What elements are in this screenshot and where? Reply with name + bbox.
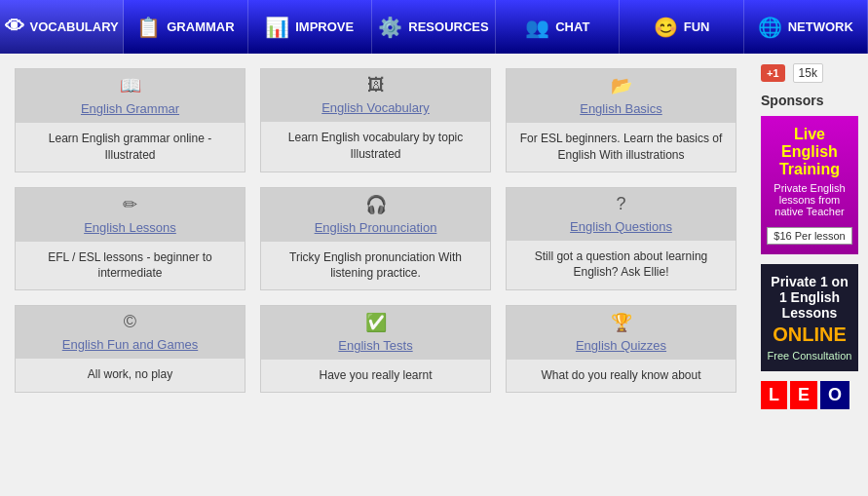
gplus-count: 15k [793, 63, 823, 83]
card-tests-header: ✅ English Tests [261, 306, 490, 360]
grammar-icon: 📋 [136, 16, 161, 39]
nav-chat-label: CHAT [555, 19, 589, 34]
main-content: 📖 English Grammar Learn English grammar … [0, 54, 751, 422]
tests-card-desc: Have you really learnt [269, 367, 482, 384]
questions-card-icon: ? [510, 194, 732, 214]
card-row-2: ✏ English Lessons EFL / ESL lessons - be… [15, 187, 736, 291]
nav-vocabulary-label: VOCABULARY [30, 19, 119, 34]
fun-games-card-title[interactable]: English Fun and Games [62, 337, 198, 352]
nav-fun-label: FUN [684, 19, 710, 34]
chat-icon: 👥 [525, 16, 549, 39]
fun-games-card-icon: © [19, 312, 241, 332]
nav-improve[interactable]: 📊 IMPROVE [248, 0, 372, 54]
pronunciation-card-title[interactable]: English Pronunciation [315, 220, 437, 235]
sponsors-title: Sponsors [761, 93, 858, 108]
card-fun-games: © English Fun and Games All work, no pla… [15, 305, 245, 393]
questions-card-title[interactable]: English Questions [570, 219, 672, 234]
leo-l: L [761, 381, 787, 409]
vocabulary-icon: 👁 [5, 16, 24, 38]
leo-logo[interactable]: L E O [761, 381, 858, 409]
card-lessons-header: ✏ English Lessons [16, 188, 245, 242]
quizzes-card-icon: 🏆 [510, 312, 732, 333]
card-tests: ✅ English Tests Have you really learnt [260, 305, 491, 393]
questions-card-desc: Still got a question about learning Engl… [514, 248, 728, 282]
card-row-3: © English Fun and Games All work, no pla… [15, 305, 736, 393]
card-quizzes: 🏆 English Quizzes What do you really kno… [506, 305, 736, 393]
vocabulary-card-title[interactable]: English Vocabulary [321, 100, 430, 115]
lessons-card-desc: EFL / ESL lessons - beginner to intermed… [23, 249, 237, 283]
ad2-online: ONLINE [767, 324, 852, 346]
card-pronunciation-header: 🎧 English Pronunciation [261, 188, 490, 242]
fun-icon: 😊 [654, 16, 678, 39]
card-basics-header: 📂 English Basics [507, 69, 736, 123]
fun-games-card-desc: All work, no play [23, 366, 237, 383]
ad2-consult: Free Consultation [767, 350, 852, 362]
resources-icon: ⚙️ [378, 16, 402, 39]
lessons-card-icon: ✏ [19, 194, 241, 215]
card-questions: ? English Questions Still got a question… [506, 187, 736, 291]
nav-fun[interactable]: 😊 FUN [620, 0, 743, 54]
nav-network[interactable]: 🌐 NETWORK [744, 0, 868, 54]
tests-card-icon: ✅ [265, 312, 486, 333]
nav-resources-label: RESOURCES [408, 19, 488, 34]
basics-card-title[interactable]: English Basics [580, 101, 662, 116]
quizzes-card-title[interactable]: English Quizzes [576, 338, 666, 353]
nav-chat[interactable]: 👥 CHAT [496, 0, 620, 54]
ad-private-lessons[interactable]: Private 1 on 1 English Lessons ONLINE Fr… [761, 264, 858, 371]
card-grammar-header: 📖 English Grammar [16, 69, 245, 123]
nav-grammar-label: GRAMMAR [167, 19, 234, 34]
nav-grammar[interactable]: 📋 GRAMMAR [124, 0, 247, 54]
vocabulary-card-icon: 🖼 [265, 75, 486, 95]
card-questions-header: ? English Questions [507, 188, 736, 241]
grammar-card-title[interactable]: English Grammar [81, 101, 179, 116]
quizzes-card-desc: What do you really know about [514, 367, 728, 384]
leo-e: E [790, 381, 817, 409]
lessons-card-title[interactable]: English Lessons [84, 220, 176, 235]
sidebar: +1 15k Sponsors Live English Training Pr… [751, 54, 868, 422]
card-grammar: 📖 English Grammar Learn English grammar … [15, 68, 245, 172]
vocabulary-card-desc: Learn English vocabulary by topic Illust… [269, 130, 482, 163]
ad1-title: Live English Training [767, 126, 852, 178]
improve-icon: 📊 [265, 16, 289, 39]
gplus-button[interactable]: +1 [761, 64, 785, 82]
leo-o: O [820, 381, 849, 409]
ad1-subtitle: Private English lessons from native Teac… [767, 182, 852, 217]
grammar-card-icon: 📖 [19, 75, 241, 96]
card-fun-games-header: © English Fun and Games [16, 306, 245, 359]
basics-card-desc: For ESL beginners. Learn the basics of E… [514, 131, 728, 164]
main-nav: 👁 VOCABULARY 📋 GRAMMAR 📊 IMPROVE ⚙️ RESO… [0, 0, 868, 54]
card-row-1: 📖 English Grammar Learn English grammar … [15, 68, 736, 172]
basics-card-icon: 📂 [510, 75, 732, 96]
grammar-card-desc: Learn English grammar online - Illustrat… [23, 131, 237, 164]
nav-improve-label: IMPROVE [295, 19, 354, 34]
card-quizzes-header: 🏆 English Quizzes [507, 306, 736, 360]
card-lessons: ✏ English Lessons EFL / ESL lessons - be… [15, 187, 245, 291]
ad-live-english[interactable]: Live English Training Private English le… [761, 116, 858, 254]
card-pronunciation: 🎧 English Pronunciation Tricky English p… [260, 187, 491, 291]
pronunciation-card-desc: Tricky English pronunciation With listen… [269, 249, 482, 283]
ad1-price[interactable]: $16 Per lesson [767, 227, 851, 245]
pronunciation-card-icon: 🎧 [265, 194, 486, 215]
ad2-title: Private 1 on 1 English Lessons [767, 274, 852, 321]
tests-card-title[interactable]: English Tests [338, 338, 412, 353]
nav-resources[interactable]: ⚙️ RESOURCES [372, 0, 496, 54]
card-vocabulary: 🖼 English Vocabulary Learn English vocab… [260, 68, 491, 172]
card-basics: 📂 English Basics For ESL beginners. Lear… [506, 68, 736, 172]
card-vocabulary-header: 🖼 English Vocabulary [261, 69, 490, 122]
network-icon: 🌐 [758, 16, 782, 39]
page-body: 📖 English Grammar Learn English grammar … [0, 54, 868, 422]
gplus-box: +1 15k [761, 63, 858, 83]
nav-network-label: NETWORK [788, 19, 853, 34]
nav-vocabulary[interactable]: 👁 VOCABULARY [0, 0, 124, 54]
